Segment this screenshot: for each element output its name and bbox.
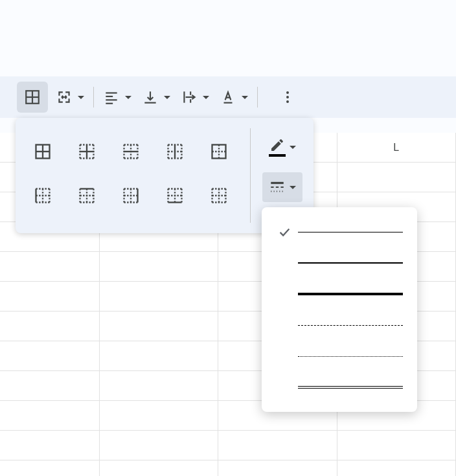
chevron-down-icon	[290, 146, 296, 149]
cell[interactable]	[0, 371, 100, 401]
cell[interactable]	[218, 431, 337, 460]
border-vertical-button[interactable]	[159, 136, 190, 167]
border-options-grid	[16, 118, 250, 233]
chevron-down-icon	[78, 96, 84, 99]
border-horizontal-button[interactable]	[115, 136, 146, 167]
border-none-button[interactable]	[203, 180, 234, 211]
cell[interactable]	[0, 282, 100, 312]
line-medium-icon	[298, 262, 403, 264]
border-color-button[interactable]	[262, 132, 302, 162]
line-double-icon	[298, 386, 403, 389]
border-outer-button[interactable]	[203, 136, 234, 167]
text-overflow-icon	[181, 89, 198, 106]
merge-cells-button[interactable]	[53, 82, 87, 113]
cell[interactable]	[100, 460, 219, 476]
cell[interactable]	[100, 282, 219, 312]
border-inner-icon	[78, 142, 96, 161]
column-header[interactable]: L	[337, 133, 457, 163]
border-left-button[interactable]	[27, 180, 58, 211]
cell[interactable]	[0, 460, 100, 476]
text-wrap-button[interactable]	[178, 82, 212, 113]
more-vertical-icon	[280, 89, 295, 105]
borders-icon	[24, 89, 41, 106]
border-style-medium[interactable]	[262, 247, 417, 278]
border-outer-icon	[210, 142, 228, 161]
border-horizontal-icon	[122, 142, 140, 161]
cell[interactable]	[337, 431, 457, 460]
border-style-thick[interactable]	[262, 278, 417, 310]
chevron-down-icon	[290, 186, 296, 189]
border-style-icon	[269, 179, 286, 196]
border-right-button[interactable]	[115, 180, 146, 211]
vertical-align-button[interactable]	[139, 82, 173, 113]
cell[interactable]	[0, 252, 100, 282]
border-top-button[interactable]	[71, 180, 102, 211]
chevron-down-icon	[125, 96, 131, 99]
cell[interactable]	[337, 460, 457, 476]
border-inner-button[interactable]	[71, 136, 102, 167]
border-style-button[interactable]	[262, 172, 302, 202]
check-icon	[277, 225, 291, 239]
border-bottom-icon	[166, 187, 184, 205]
border-style-double[interactable]	[262, 372, 417, 403]
line-thick-icon	[298, 293, 403, 295]
color-swatch	[269, 154, 286, 157]
cell[interactable]	[100, 431, 219, 460]
align-left-icon	[103, 89, 120, 106]
svg-point-16	[286, 91, 289, 94]
text-rotation-icon	[220, 89, 236, 106]
cell[interactable]	[100, 252, 219, 282]
borders-button[interactable]	[17, 82, 48, 113]
border-right-icon	[122, 187, 140, 205]
chevron-down-icon	[203, 96, 209, 99]
toolbar-divider	[257, 87, 258, 108]
line-dotted-icon	[298, 356, 403, 357]
border-style-menu	[262, 207, 417, 412]
cell[interactable]	[100, 341, 219, 371]
more-tools-button[interactable]	[272, 82, 303, 113]
border-left-icon	[34, 187, 52, 205]
cell[interactable]	[337, 163, 457, 192]
border-none-icon	[210, 187, 228, 205]
line-thin-icon	[298, 232, 403, 232]
border-vertical-icon	[166, 142, 184, 161]
chevron-down-icon	[242, 96, 248, 99]
pencil-icon	[269, 137, 285, 153]
cell[interactable]	[218, 460, 337, 476]
cell[interactable]	[0, 341, 100, 371]
svg-point-18	[286, 100, 289, 103]
text-rotation-button[interactable]	[217, 82, 251, 113]
formatting-toolbar	[0, 76, 456, 118]
border-all-button[interactable]	[27, 136, 58, 167]
border-style-dashed[interactable]	[262, 310, 417, 341]
border-top-icon	[78, 187, 96, 205]
cell[interactable]	[0, 312, 100, 341]
border-all-icon	[34, 142, 52, 161]
cell[interactable]	[0, 401, 100, 431]
border-bottom-button[interactable]	[159, 180, 190, 211]
border-style-dotted[interactable]	[262, 341, 417, 372]
cell[interactable]	[100, 371, 219, 401]
svg-point-17	[286, 96, 289, 98]
cell[interactable]	[0, 431, 100, 460]
line-dashed-icon	[298, 325, 403, 326]
chevron-down-icon	[164, 96, 170, 99]
cell[interactable]	[100, 312, 219, 341]
horizontal-align-button[interactable]	[100, 82, 134, 113]
align-bottom-icon	[142, 89, 159, 106]
toolbar-divider	[93, 87, 94, 108]
border-style-thin[interactable]	[262, 216, 417, 247]
merge-icon	[56, 89, 73, 106]
cell[interactable]	[100, 401, 219, 431]
